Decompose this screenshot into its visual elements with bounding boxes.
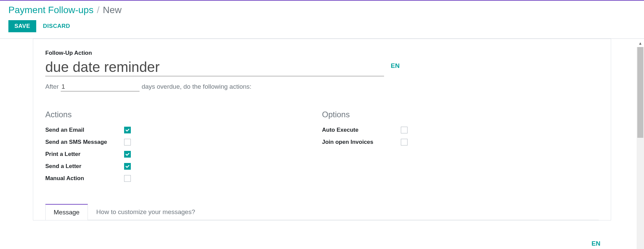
action-item-1-label: Send an SMS Message bbox=[45, 139, 124, 146]
language-badge[interactable]: EN bbox=[391, 62, 399, 76]
action-item-1-checkbox[interactable] bbox=[124, 139, 131, 146]
action-item-3-checkbox[interactable] bbox=[124, 163, 131, 170]
action-item-4-label: Manual Action bbox=[45, 175, 124, 182]
options-section-title: Options bbox=[322, 110, 599, 119]
form-sheet: Follow-Up Action EN After days overdue, … bbox=[33, 39, 611, 220]
option-item-0-checkbox[interactable] bbox=[401, 127, 408, 133]
action-item-2-label: Print a Letter bbox=[45, 151, 124, 158]
tab-1[interactable]: How to customize your messages? bbox=[88, 204, 204, 220]
option-item-0-label: Auto Execute bbox=[322, 127, 401, 133]
action-item-2-checkbox[interactable] bbox=[124, 151, 131, 158]
days-suffix-label: days overdue, do the following actions: bbox=[142, 83, 251, 90]
breadcrumb: Payment Follow-ups / New bbox=[8, 5, 636, 15]
action-item-4-checkbox[interactable] bbox=[124, 175, 131, 182]
option-item-1-checkbox[interactable] bbox=[401, 139, 408, 146]
action-item-3-label: Send a Letter bbox=[45, 163, 124, 170]
header: Payment Follow-ups / New SAVE DISCARD bbox=[0, 1, 644, 38]
save-button[interactable]: SAVE bbox=[8, 20, 36, 32]
tab-0[interactable]: Message bbox=[45, 204, 88, 220]
followup-title-input[interactable] bbox=[45, 58, 384, 76]
discard-button[interactable]: DISCARD bbox=[43, 23, 70, 30]
breadcrumb-separator: / bbox=[97, 5, 100, 15]
followup-action-label: Follow-Up Action bbox=[45, 50, 599, 56]
after-label: After bbox=[45, 83, 59, 90]
action-item-0-label: Send an Email bbox=[45, 127, 124, 133]
scroll-up-arrow[interactable]: ▲ bbox=[637, 40, 644, 47]
breadcrumb-parent[interactable]: Payment Follow-ups bbox=[8, 5, 94, 15]
action-item-0-checkbox[interactable] bbox=[124, 127, 131, 133]
language-badge-bottom[interactable]: EN bbox=[592, 240, 600, 247]
days-overdue-input[interactable] bbox=[61, 82, 140, 91]
option-item-1-label: Join open Invoices bbox=[322, 139, 401, 146]
actions-section-title: Actions bbox=[45, 110, 322, 119]
scrollbar-thumb[interactable] bbox=[637, 47, 643, 138]
scrollbar-track[interactable] bbox=[637, 47, 644, 249]
breadcrumb-current: New bbox=[103, 5, 121, 15]
